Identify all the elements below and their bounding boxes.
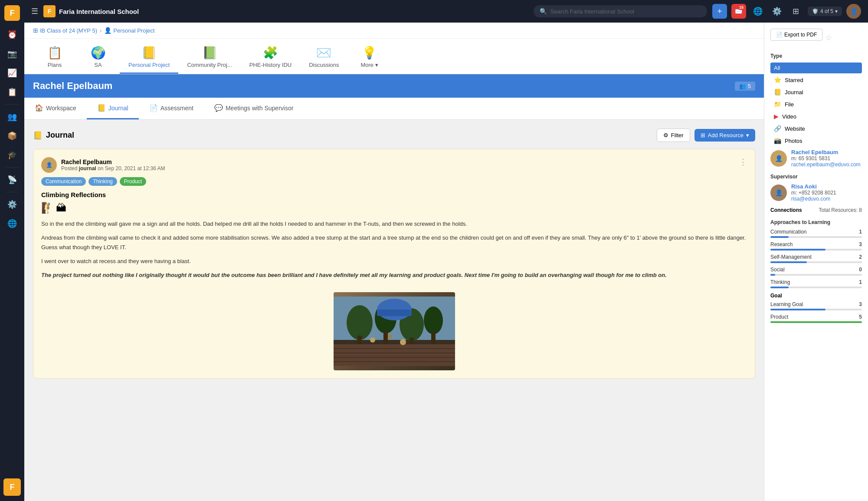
navbar-brand: F Faria International School: [43, 5, 139, 17]
type-all-label: All: [774, 65, 780, 71]
right-sidebar: 📄 Export to PDF ☆ Type All ⭐ Starred 📒 J…: [764, 23, 868, 501]
atl-self-management-label: Self-Management: [770, 254, 812, 260]
tab-community-icon: 📗: [202, 46, 217, 60]
sidebar-icon-clock[interactable]: ⏰: [3, 26, 21, 43]
type-file-label: File: [785, 101, 794, 108]
tab-discussions[interactable]: ✉️ Discussions: [300, 42, 347, 74]
sidebar-divider-3: [6, 192, 19, 192]
atl-communication-bar: [770, 236, 862, 238]
tab-sa[interactable]: 🌍 SA: [76, 42, 120, 74]
supervisor-section-title: Supervisor: [770, 174, 862, 180]
tab-personal-project-label: Personal Project: [128, 62, 170, 68]
entry-author-name: Rachel Epelbaum: [61, 158, 165, 165]
sidebar-icon-globe[interactable]: 🌐: [3, 215, 21, 232]
goal-product-label: Product: [770, 314, 788, 320]
svg-rect-20: [377, 310, 412, 316]
search-input[interactable]: [550, 8, 701, 15]
supervisor-rs-email[interactable]: risa@eduvo.com: [791, 196, 836, 202]
student-rs-name[interactable]: Rachel Epelbaum: [791, 149, 861, 155]
sidebar-bottom-logo[interactable]: F: [3, 478, 21, 496]
filter-icon: ⚙: [663, 132, 668, 138]
journal-title-text: Journal: [46, 131, 74, 140]
app-logo[interactable]: F: [4, 5, 20, 21]
type-journal-label: Journal: [785, 89, 803, 96]
journal-header: 📒 Journal ⚙ Filter ⊞ Add Resource ▾: [33, 129, 755, 142]
sidebar-icon-chart[interactable]: 📈: [3, 64, 21, 82]
student-count-badge: 👥 5: [735, 82, 755, 91]
sidebar-icon-users[interactable]: 👥: [3, 108, 21, 125]
entry-text-italic: The project turned out nothing like I or…: [41, 270, 747, 280]
globe-button[interactable]: 🌐: [750, 4, 765, 19]
connections-total: Total Resources: 8: [819, 207, 862, 213]
type-item-all[interactable]: All: [770, 63, 862, 73]
breadcrumb-parent[interactable]: ⊞ IB Class of 24 (MYP 5): [33, 27, 97, 34]
tag-product[interactable]: Product: [120, 177, 146, 186]
tab-personal-project[interactable]: 📒 Personal Project: [120, 42, 178, 74]
type-item-starred[interactable]: ⭐ Starred: [770, 74, 862, 86]
sub-tab-assessment[interactable]: 📄 Assessment: [139, 98, 204, 119]
tab-plans[interactable]: 📋 Plans: [33, 42, 76, 74]
student-count-value: 5: [748, 83, 751, 89]
star-button[interactable]: ☆: [825, 33, 832, 43]
goal-product: Product 5: [770, 314, 862, 323]
goal-section: Goal Learning Goal 3 Product 5: [770, 293, 862, 323]
type-item-journal[interactable]: 📒 Journal: [770, 86, 862, 98]
type-photos-label: Photos: [785, 138, 802, 144]
sidebar-icon-broadcast[interactable]: 📡: [3, 171, 21, 188]
user-avatar[interactable]: 👤: [846, 4, 861, 19]
tab-discussions-icon: ✉️: [316, 46, 331, 60]
starred-icon: ⭐: [774, 76, 781, 83]
sub-tab-meetings[interactable]: 💬 Meetings with Supervisor: [204, 98, 304, 119]
file-icon: 📁: [774, 101, 781, 108]
add-resource-icon: ⊞: [701, 132, 705, 138]
student-selector[interactable]: 🛡️ 4 of 5 ▾: [808, 7, 842, 16]
tabs-bar: 📋 Plans 🌍 SA 📒 Personal Project 📗 Commun…: [24, 39, 764, 74]
search-icon: 🔍: [540, 8, 547, 15]
entry-photo: [334, 292, 455, 370]
type-item-video[interactable]: ▶ Video: [770, 111, 862, 122]
atl-social-label: Social: [770, 267, 785, 273]
grid-button[interactable]: ⊞: [789, 4, 803, 19]
entry-author-avatar: 👤: [41, 157, 57, 173]
journal-title: 📒 Journal: [33, 131, 74, 140]
tab-community-label: Community Proj...: [187, 62, 232, 68]
settings-button[interactable]: ⚙️: [770, 4, 784, 19]
tab-more[interactable]: 💡 More ▾: [348, 42, 391, 74]
sub-tab-journal[interactable]: 📒 Journal: [87, 98, 139, 119]
add-button[interactable]: +: [712, 4, 727, 19]
student-rs-email[interactable]: rachel.epelbaum@eduvo.com: [791, 162, 861, 168]
add-resource-button[interactable]: ⊞ Add Resource ▾: [694, 129, 755, 142]
sidebar-icon-camera[interactable]: 📷: [3, 45, 21, 63]
sub-tab-workspace-label: Workspace: [46, 105, 76, 112]
sidebar-icon-graduation[interactable]: 🎓: [3, 146, 21, 164]
atl-social: Social 0: [770, 267, 862, 276]
menu-icon[interactable]: ☰: [31, 7, 38, 16]
supervisor-rs-name[interactable]: Risa Aoki: [791, 183, 836, 190]
sidebar-icon-tasks[interactable]: 📋: [3, 83, 21, 101]
export-pdf-button[interactable]: 📄 Export to PDF: [770, 29, 822, 41]
sidebar-icon-cube[interactable]: 📦: [3, 127, 21, 145]
breadcrumb-separator: ›: [100, 27, 102, 34]
sub-tab-workspace[interactable]: 🏠 Workspace: [24, 98, 87, 119]
type-item-photos[interactable]: 📸 Photos: [770, 135, 862, 146]
mail-button[interactable]: ✉️ 15: [731, 4, 746, 19]
tab-phe[interactable]: 🧩 PHE-History IDU: [241, 42, 301, 74]
sidebar-icon-settings[interactable]: ⚙️: [3, 196, 21, 213]
photos-icon: 📸: [774, 137, 781, 144]
mail-badge: 15: [737, 5, 745, 10]
chevron-down-icon: ▾: [835, 8, 838, 14]
filter-button[interactable]: ⚙ Filter: [657, 129, 690, 142]
tab-community[interactable]: 📗 Community Proj...: [178, 42, 240, 74]
sidebar-divider-1: [6, 104, 19, 105]
type-item-file[interactable]: 📁 File: [770, 99, 862, 110]
breadcrumb-current[interactable]: 👤 Personal Project: [104, 27, 154, 34]
tag-communication[interactable]: Communication: [41, 177, 86, 186]
entry-more-button[interactable]: ⋮: [739, 157, 747, 167]
breadcrumb-current-label: Personal Project: [113, 27, 154, 34]
search-bar[interactable]: 🔍: [534, 5, 707, 17]
tag-thinking[interactable]: Thinking: [88, 177, 117, 186]
svg-point-18: [400, 339, 406, 345]
student-info: Rachel Epelbaum m: 65 9301 5831 rachel.e…: [791, 149, 861, 168]
tab-personal-project-icon: 📒: [141, 46, 157, 60]
type-item-website[interactable]: 🔗 Website: [770, 123, 862, 134]
